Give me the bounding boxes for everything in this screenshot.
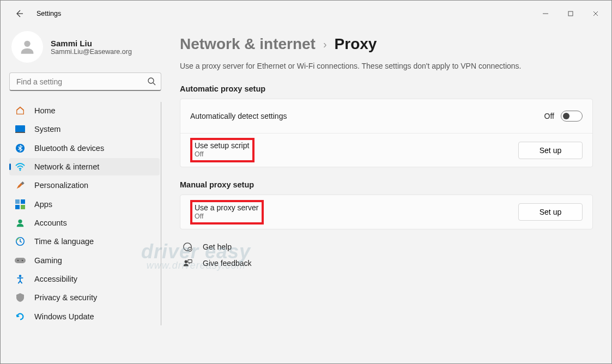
nav-label: Personalization	[34, 181, 88, 190]
breadcrumb-current: Proxy	[335, 35, 377, 53]
svg-rect-21	[188, 260, 192, 263]
system-icon	[15, 124, 26, 135]
svg-rect-4	[15, 132, 25, 133]
page-description: Use a proxy server for Ethernet or Wi-Fi…	[180, 62, 593, 70]
network-icon	[15, 161, 26, 172]
window-title: Settings	[37, 10, 533, 17]
nav-network[interactable]: Network & internet	[9, 158, 160, 175]
nav-bluetooth[interactable]: Bluetooth & devices	[9, 139, 160, 157]
detect-label: Automatically detect settings	[190, 112, 287, 120]
clock-icon	[15, 236, 26, 247]
bluetooth-icon	[15, 143, 26, 154]
script-setup-button[interactable]: Set up	[518, 142, 583, 159]
svg-point-17	[19, 275, 22, 277]
svg-point-12	[18, 220, 22, 223]
nav-accessibility[interactable]: Accessibility	[9, 270, 160, 288]
svg-rect-0	[568, 11, 573, 16]
detect-toggle-group: Off	[544, 111, 583, 122]
svg-point-16	[22, 260, 23, 261]
nav-label: Gaming	[34, 256, 62, 265]
svg-point-20	[185, 260, 187, 263]
nav-label: System	[34, 125, 60, 134]
server-highlight: Use a proxy server Off	[190, 200, 264, 225]
server-label: Use a proxy server	[195, 203, 258, 212]
minimize-button[interactable]	[533, 5, 558, 22]
nav-label: Home	[34, 106, 56, 115]
help-icon	[182, 241, 193, 252]
script-label: Use setup script	[195, 141, 249, 150]
search-icon	[147, 77, 156, 88]
nav-update[interactable]: Windows Update	[9, 308, 160, 325]
script-state: Off	[195, 150, 249, 158]
search-box[interactable]	[9, 72, 161, 91]
gaming-icon	[15, 255, 26, 266]
svg-point-1	[24, 41, 30, 47]
nav-label: Network & internet	[34, 162, 99, 171]
nav-home[interactable]: Home	[9, 102, 160, 119]
svg-point-15	[17, 260, 19, 261]
feedback-label: Give feedback	[203, 259, 252, 268]
nav-gaming[interactable]: Gaming	[9, 252, 160, 269]
nav-label: Accounts	[34, 219, 67, 227]
chevron-right-icon: ›	[323, 38, 327, 51]
feedback-link[interactable]: Give feedback	[180, 258, 593, 269]
nav-privacy[interactable]: Privacy & security	[9, 289, 160, 306]
avatar	[11, 31, 43, 63]
nav: Home System Bluetooth & devices Network …	[9, 102, 161, 325]
nav-label: Windows Update	[34, 312, 94, 321]
svg-point-19	[188, 247, 192, 251]
nav-label: Bluetooth & devices	[34, 144, 104, 153]
breadcrumb-parent[interactable]: Network & internet	[180, 35, 316, 53]
content-area: Network & internet › Proxy Use a proxy s…	[168, 27, 611, 363]
titlebar: Settings	[1, 1, 611, 27]
footer-links: Get help Give feedback	[180, 241, 593, 269]
auto-proxy-card: Automatically detect settings Off Use se…	[180, 99, 593, 167]
breadcrumb: Network & internet › Proxy	[180, 35, 593, 53]
home-icon	[15, 105, 26, 116]
user-block[interactable]: Sammi Liu Sammi.Liu@Easeware.org	[9, 31, 161, 63]
shield-icon	[15, 292, 26, 303]
maximize-icon	[568, 11, 573, 16]
svg-rect-14	[15, 258, 26, 263]
server-row: Use a proxy server Off Set up	[180, 195, 592, 229]
arrow-left-icon	[15, 9, 23, 18]
user-email: Sammi.Liu@Easeware.org	[51, 48, 132, 56]
nav-time[interactable]: Time & language	[9, 233, 160, 250]
accounts-icon	[15, 217, 26, 228]
nav-label: Apps	[34, 200, 52, 209]
back-button[interactable]	[11, 6, 27, 21]
brush-icon	[15, 180, 26, 191]
accessibility-icon	[15, 274, 26, 284]
close-button[interactable]	[583, 5, 608, 22]
search-input[interactable]	[9, 72, 161, 91]
nav-accounts[interactable]: Accounts	[9, 214, 160, 232]
maximize-button[interactable]	[558, 5, 583, 22]
update-icon	[15, 311, 26, 322]
nav-personalization[interactable]: Personalization	[9, 177, 160, 194]
script-row: Use setup script Off Set up	[180, 133, 592, 167]
detect-row: Automatically detect settings Off	[180, 99, 592, 133]
nav-apps[interactable]: Apps	[9, 196, 160, 213]
feedback-icon	[182, 258, 193, 269]
svg-rect-11	[21, 205, 25, 209]
apps-icon	[15, 199, 26, 210]
sidebar: Sammi Liu Sammi.Liu@Easeware.org Home Sy…	[1, 27, 168, 363]
script-highlight: Use setup script Off	[190, 138, 255, 162]
svg-point-6	[20, 169, 21, 171]
svg-rect-9	[21, 199, 25, 204]
get-help-link[interactable]: Get help	[180, 241, 593, 252]
nav-label: Accessibility	[34, 275, 77, 283]
close-icon	[593, 11, 598, 16]
detect-state: Off	[544, 112, 554, 120]
detect-toggle[interactable]	[561, 111, 583, 122]
nav-label: Privacy & security	[34, 293, 97, 302]
svg-rect-3	[15, 125, 25, 132]
manual-section-title: Manual proxy setup	[180, 180, 593, 189]
nav-label: Time & language	[34, 237, 94, 246]
nav-system[interactable]: System	[9, 120, 160, 138]
user-name: Sammi Liu	[51, 39, 132, 48]
help-label: Get help	[203, 242, 232, 251]
server-state: Off	[195, 213, 258, 220]
server-setup-button[interactable]: Set up	[518, 203, 583, 221]
svg-rect-8	[15, 199, 20, 204]
